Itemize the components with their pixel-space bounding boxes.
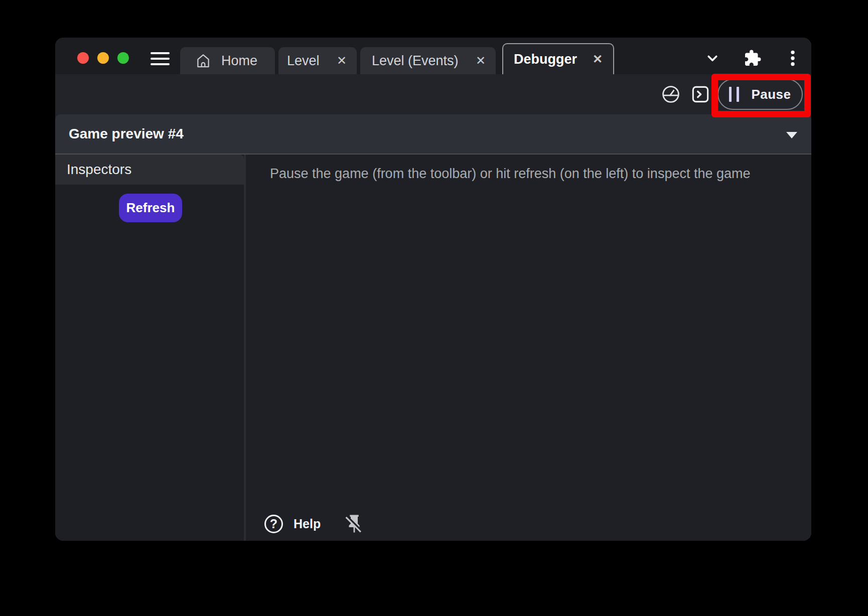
zoom-window-button[interactable] — [117, 52, 129, 64]
pause-button-label: Pause — [751, 87, 791, 102]
debugger-content: Inspectors Refresh Pause the game (from … — [55, 155, 811, 541]
help-circle-icon: ? — [264, 515, 283, 533]
inspector-main-panel: Pause the game (from the toolbar) or hit… — [246, 155, 811, 541]
help-label: Help — [294, 517, 321, 531]
tab-home[interactable]: Home — [180, 47, 275, 74]
tab-label: Level — [287, 53, 320, 69]
caret-down-icon[interactable] — [786, 132, 797, 138]
help-button[interactable]: ? Help — [264, 515, 321, 533]
traffic-lights — [77, 52, 129, 64]
tab-level-events[interactable]: Level (Events) ✕ — [360, 47, 496, 74]
game-preview-header[interactable]: Game preview #4 — [55, 114, 811, 155]
hamburger-menu-icon[interactable] — [151, 52, 170, 65]
profiler-gauge-icon[interactable] — [660, 84, 681, 105]
tab-bar: Home Level ✕ Level (Events) ✕ Debugger ✕ — [55, 38, 811, 74]
game-preview-title: Game preview #4 — [55, 126, 184, 142]
debugger-window: Home Level ✕ Level (Events) ✕ Debugger ✕ — [55, 38, 811, 541]
tab-label: Debugger — [514, 52, 577, 67]
empty-state-message: Pause the game (from the toolbar) or hit… — [246, 155, 811, 183]
close-tab-icon[interactable]: ✕ — [476, 55, 486, 67]
console-icon[interactable] — [690, 84, 710, 104]
puzzle-piece-icon[interactable] — [743, 48, 763, 68]
pin-off-icon[interactable] — [344, 513, 365, 534]
close-tab-icon[interactable]: ✕ — [337, 55, 347, 67]
minimize-window-button[interactable] — [97, 52, 109, 64]
close-tab-icon[interactable]: ✕ — [593, 53, 603, 65]
tab-strip: Home Level ✕ Level (Events) ✕ Debugger ✕ — [180, 43, 614, 74]
inspectors-sidebar: Inspectors Refresh — [55, 155, 244, 541]
help-bar: ? Help — [264, 513, 365, 534]
refresh-button[interactable]: Refresh — [119, 194, 182, 222]
tab-label: Level (Events) — [372, 53, 459, 69]
kebab-menu-icon[interactable] — [783, 48, 803, 68]
tab-level[interactable]: Level ✕ — [278, 47, 357, 74]
chevron-down-icon[interactable] — [702, 48, 722, 68]
close-window-button[interactable] — [77, 52, 89, 64]
tab-debugger[interactable]: Debugger ✕ — [502, 43, 614, 74]
home-icon — [195, 52, 212, 69]
pause-icon — [729, 87, 739, 102]
debugger-toolbar: Pause — [55, 74, 811, 114]
inspectors-header: Inspectors — [55, 155, 244, 185]
tab-label: Home — [221, 53, 257, 69]
pause-button[interactable]: Pause — [717, 79, 803, 110]
